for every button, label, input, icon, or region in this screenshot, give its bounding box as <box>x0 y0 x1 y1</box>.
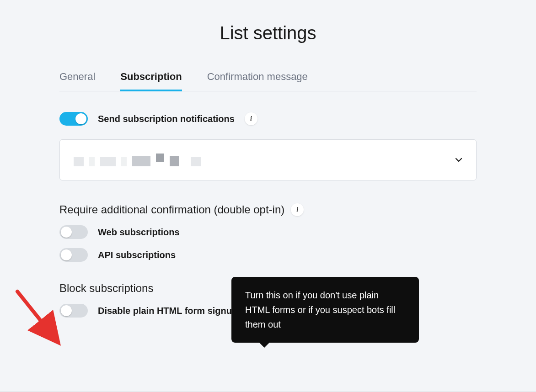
notification-dropdown[interactable] <box>59 139 477 180</box>
toggle-knob <box>75 113 86 124</box>
info-icon[interactable]: i <box>291 203 304 216</box>
api-subscriptions-label: API subscriptions <box>98 250 176 260</box>
disable-html-label: Disable plain HTML form signups <box>98 306 242 316</box>
page-title: List settings <box>59 23 477 43</box>
info-icon[interactable]: i <box>245 112 257 125</box>
toggle-knob <box>61 249 72 260</box>
api-subscriptions-toggle[interactable] <box>59 248 88 262</box>
api-subscriptions-row: API subscriptions <box>59 248 477 262</box>
tab-confirmation[interactable]: Confirmation message <box>207 71 308 91</box>
tabs-bar: General Subscription Confirmation messag… <box>59 71 477 91</box>
send-notifications-toggle[interactable] <box>59 112 88 126</box>
toggle-knob <box>61 227 72 238</box>
send-notifications-label: Send subscription notifications <box>98 114 235 124</box>
toggle-knob <box>61 305 72 316</box>
send-notifications-row: Send subscription notifications i <box>59 112 477 126</box>
web-subscriptions-toggle[interactable] <box>59 225 88 239</box>
require-confirmation-title-text: Require additional confirmation (double … <box>59 203 284 216</box>
tab-general[interactable]: General <box>59 71 95 91</box>
chevron-down-icon <box>455 156 462 164</box>
tooltip: Turn this on if you don't use plain HTML… <box>231 277 419 343</box>
require-confirmation-title: Require additional confirmation (double … <box>59 203 477 216</box>
tab-subscription[interactable]: Subscription <box>120 71 182 91</box>
dropdown-placeholder <box>74 154 201 166</box>
disable-html-toggle[interactable] <box>59 304 88 318</box>
web-subscriptions-row: Web subscriptions <box>59 225 477 239</box>
tooltip-text: Turn this on if you don't use plain HTML… <box>245 290 395 329</box>
web-subscriptions-label: Web subscriptions <box>98 227 180 238</box>
